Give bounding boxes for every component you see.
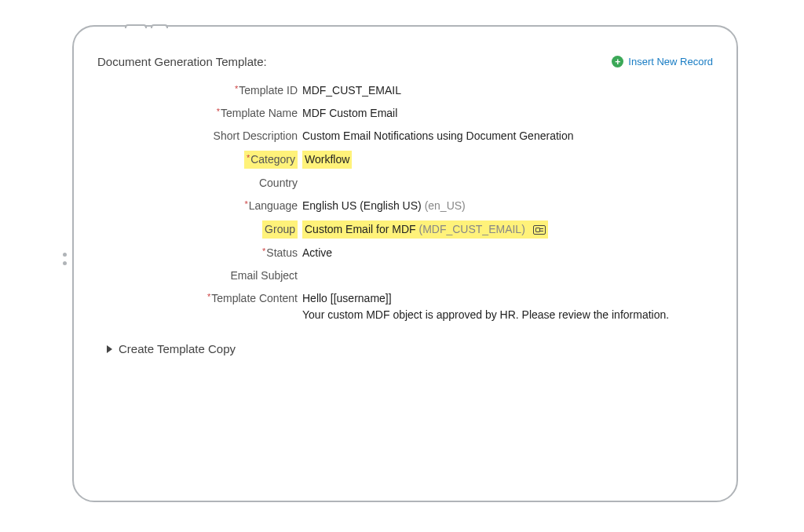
label-template-content: Template Content bbox=[207, 292, 298, 304]
value-template-name[interactable]: MDF Custom Email bbox=[302, 105, 713, 122]
device-frame: Document Generation Template: + Insert N… bbox=[72, 25, 738, 502]
label-template-name: Template Name bbox=[217, 107, 298, 119]
row-group: Group Custom Email for MDF (MDF_CUST_EMA… bbox=[97, 220, 713, 239]
screen: Document Generation Template: + Insert N… bbox=[88, 41, 722, 486]
label-email-subject: Email Subject bbox=[230, 269, 298, 282]
form-area: Template ID MDF_CUST_EMAIL Template Name… bbox=[88, 78, 722, 360]
page-title: Document Generation Template: bbox=[97, 55, 267, 68]
insert-new-record-link[interactable]: + Insert New Record bbox=[612, 56, 713, 67]
label-language: Language bbox=[244, 199, 298, 212]
group-hint: (MDF_CUST_EMAIL) bbox=[418, 223, 524, 235]
create-template-copy-expander[interactable]: Create Template Copy bbox=[97, 342, 713, 355]
language-hint: (en_US) bbox=[425, 199, 466, 212]
value-category[interactable]: Workflow bbox=[302, 151, 352, 169]
row-template-id: Template ID MDF_CUST_EMAIL bbox=[97, 82, 713, 99]
label-category: Category bbox=[244, 151, 298, 169]
label-group: Group bbox=[262, 220, 298, 239]
row-status: Status Active bbox=[97, 245, 713, 261]
row-category: Category Workflow bbox=[97, 151, 713, 169]
label-template-id: Template ID bbox=[235, 84, 298, 97]
row-short-description: Short Description Custom Email Notificat… bbox=[97, 128, 713, 144]
value-template-content[interactable]: Hello [[username]] Your custom MDF objec… bbox=[302, 290, 713, 323]
device-button-top-left bbox=[125, 24, 147, 28]
row-template-name: Template Name MDF Custom Email bbox=[97, 105, 713, 122]
label-short-description: Short Description bbox=[214, 129, 298, 142]
device-side-dots bbox=[63, 253, 67, 270]
value-status[interactable]: Active bbox=[302, 245, 713, 261]
row-language: Language English US (English US) (en_US) bbox=[97, 198, 713, 214]
expander-label: Create Template Copy bbox=[119, 342, 236, 355]
value-template-id[interactable]: MDF_CUST_EMAIL bbox=[302, 82, 713, 99]
row-email-subject: Email Subject bbox=[97, 268, 713, 284]
value-group[interactable]: Custom Email for MDF (MDF_CUST_EMAIL) bbox=[302, 220, 548, 239]
page-header: Document Generation Template: + Insert N… bbox=[88, 41, 722, 78]
plus-circle-icon: + bbox=[612, 56, 623, 67]
label-country: Country bbox=[259, 177, 298, 189]
insert-label: Insert New Record bbox=[628, 56, 713, 67]
device-button-top-right bbox=[151, 24, 168, 28]
row-template-content: Template Content Hello [[username]] Your… bbox=[97, 290, 713, 323]
label-status: Status bbox=[262, 246, 298, 259]
card-icon[interactable] bbox=[533, 225, 546, 235]
value-language[interactable]: English US (English US) (en_US) bbox=[302, 198, 713, 214]
triangle-right-icon bbox=[107, 345, 112, 353]
value-short-description[interactable]: Custom Email Notifications using Documen… bbox=[302, 128, 713, 144]
row-country: Country bbox=[97, 175, 713, 191]
